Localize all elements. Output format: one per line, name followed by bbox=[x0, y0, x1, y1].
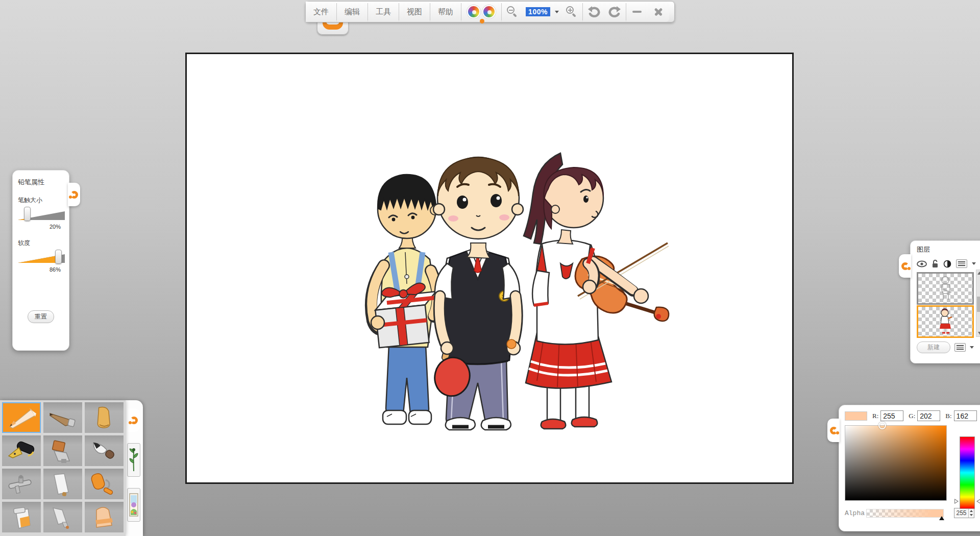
green-label: G: bbox=[909, 412, 915, 420]
alpha-spinner[interactable]: 255 bbox=[954, 508, 974, 518]
layer-menu-button[interactable] bbox=[956, 259, 967, 268]
close-button[interactable] bbox=[648, 2, 669, 22]
layer-list bbox=[917, 272, 974, 338]
brush-size-label: 笔触大小 bbox=[18, 196, 64, 205]
scrollbar-thumb[interactable] bbox=[977, 297, 980, 312]
tool-paint-roller[interactable] bbox=[85, 469, 124, 499]
zoom-out-button[interactable] bbox=[502, 2, 523, 22]
alpha-marker[interactable] bbox=[939, 516, 944, 520]
boy-with-paddle bbox=[431, 157, 523, 430]
sketch-thumbnail bbox=[936, 275, 954, 302]
girl-with-violin bbox=[524, 153, 669, 429]
scroll-up-icon[interactable] bbox=[977, 272, 980, 275]
visibility-eye-icon[interactable] bbox=[917, 260, 927, 267]
layers-panel-title: 图层 bbox=[917, 245, 980, 254]
redo-button[interactable] bbox=[604, 2, 626, 22]
new-layer-button[interactable]: 新建 bbox=[917, 342, 950, 353]
knife-icon bbox=[47, 505, 79, 529]
color-thumbnail bbox=[937, 308, 954, 335]
undo-button[interactable] bbox=[583, 2, 604, 22]
wood-pencil-icon bbox=[47, 405, 79, 430]
chevron-down-icon[interactable] bbox=[972, 262, 976, 265]
close-icon bbox=[653, 7, 664, 17]
layer-options-button[interactable] bbox=[954, 343, 966, 352]
pencil-properties-panel: 铅笔属性 笔触大小 20% 软度 86% 重置 bbox=[12, 170, 69, 351]
tool-eraser[interactable] bbox=[85, 502, 124, 532]
tool-flat-brush[interactable] bbox=[43, 435, 82, 466]
spin-up-icon[interactable] bbox=[970, 510, 973, 512]
palette-knife-icon bbox=[47, 472, 79, 496]
clown-eye-icon bbox=[482, 5, 496, 18]
menu-tools[interactable]: 工具 bbox=[368, 2, 399, 22]
tool-knife[interactable] bbox=[43, 502, 82, 532]
tool-crayon[interactable] bbox=[85, 402, 124, 433]
zoom-in-button[interactable] bbox=[561, 2, 582, 22]
minimize-button[interactable] bbox=[626, 2, 648, 22]
alpha-slider[interactable] bbox=[866, 509, 944, 518]
drawing-canvas[interactable] bbox=[185, 53, 794, 484]
color-selection-marker[interactable] bbox=[878, 422, 886, 429]
reset-button[interactable]: 重置 bbox=[28, 310, 54, 323]
green-input[interactable] bbox=[917, 410, 940, 421]
layer-item-color[interactable] bbox=[917, 305, 974, 338]
scroll-down-icon[interactable] bbox=[978, 332, 980, 335]
tool-fountain-pen[interactable] bbox=[2, 435, 41, 466]
lock-icon[interactable] bbox=[932, 259, 939, 268]
redo-icon bbox=[608, 6, 622, 18]
hue-marker-left[interactable] bbox=[954, 499, 959, 504]
layers-scrollbar[interactable] bbox=[976, 270, 980, 337]
clown-eye-icon bbox=[467, 5, 480, 18]
tool-airbrush[interactable] bbox=[2, 469, 41, 499]
panel-ear-handle[interactable] bbox=[68, 183, 80, 206]
ink-brush-icon bbox=[88, 438, 120, 463]
color-picker-panel: R: G: B: Alpha 255 bbox=[839, 405, 980, 531]
crayon-icon bbox=[88, 405, 120, 430]
layer-item-sketch[interactable] bbox=[917, 272, 974, 305]
brush-size-slider[interactable] bbox=[18, 207, 65, 222]
brush-size-value: 20% bbox=[18, 224, 64, 230]
slider-thumb[interactable] bbox=[55, 250, 62, 264]
blue-input[interactable] bbox=[954, 410, 977, 421]
red-input[interactable] bbox=[880, 410, 903, 421]
tool-pencil[interactable] bbox=[2, 402, 41, 433]
zoom-dropdown-button[interactable] bbox=[553, 2, 561, 22]
picture-stamp-button[interactable] bbox=[127, 488, 140, 522]
flat-brush-icon bbox=[47, 438, 79, 463]
menu-help[interactable]: 帮助 bbox=[430, 2, 461, 22]
tool-ink-brush[interactable] bbox=[85, 435, 124, 466]
chevron-down-icon[interactable] bbox=[970, 346, 974, 349]
red-label: R: bbox=[872, 412, 878, 420]
blue-label: B: bbox=[945, 412, 951, 420]
panel-ear-handle[interactable] bbox=[827, 419, 840, 442]
zoom-out-icon bbox=[507, 6, 518, 17]
panel-ear-handle[interactable] bbox=[128, 408, 140, 432]
clown-nose-icon bbox=[480, 19, 484, 23]
slider-thumb[interactable] bbox=[24, 207, 31, 221]
hue-slider[interactable] bbox=[960, 436, 975, 509]
chevron-down-icon bbox=[555, 11, 559, 13]
opacity-icon[interactable] bbox=[943, 260, 951, 268]
menu-view[interactable]: 视图 bbox=[399, 2, 430, 22]
hue-marker-right[interactable] bbox=[976, 499, 980, 504]
spin-down-icon[interactable] bbox=[970, 514, 973, 516]
saturation-value-square[interactable] bbox=[845, 425, 947, 501]
minimize-icon bbox=[632, 11, 642, 13]
tool-palette-knife[interactable] bbox=[43, 469, 82, 499]
fountain-pen-icon bbox=[6, 438, 37, 463]
panel-ear-handle[interactable] bbox=[899, 254, 911, 278]
plant-icon bbox=[129, 446, 139, 474]
plant-stamp-button[interactable] bbox=[127, 443, 140, 477]
boy-with-gift bbox=[371, 175, 442, 424]
tool-wood-pencil[interactable] bbox=[43, 402, 82, 433]
tool-paint-jar[interactable] bbox=[2, 502, 41, 532]
menu-file[interactable]: 文件 bbox=[306, 2, 336, 22]
zoom-level-field[interactable]: 100% bbox=[523, 2, 553, 22]
softness-slider[interactable] bbox=[18, 250, 65, 265]
menu-edit[interactable]: 编辑 bbox=[337, 2, 368, 22]
softness-label: 软度 bbox=[18, 239, 64, 248]
airbrush-icon bbox=[6, 472, 37, 496]
alpha-value: 255 bbox=[954, 509, 968, 517]
eraser-icon bbox=[88, 505, 120, 529]
tool-palette-tab bbox=[125, 400, 143, 536]
undo-icon bbox=[587, 6, 600, 18]
